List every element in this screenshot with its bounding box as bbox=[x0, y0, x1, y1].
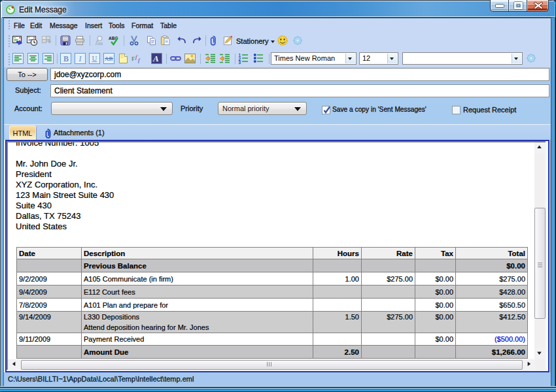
svg-text:A: A bbox=[152, 54, 159, 63]
svg-text:AΦB: AΦB bbox=[96, 42, 103, 46]
svg-text:3: 3 bbox=[239, 60, 241, 64]
svg-text:B: B bbox=[63, 54, 69, 63]
svg-text:f: f bbox=[138, 57, 141, 63]
svg-text:F: F bbox=[131, 56, 135, 62]
svg-text:U: U bbox=[92, 54, 97, 62]
